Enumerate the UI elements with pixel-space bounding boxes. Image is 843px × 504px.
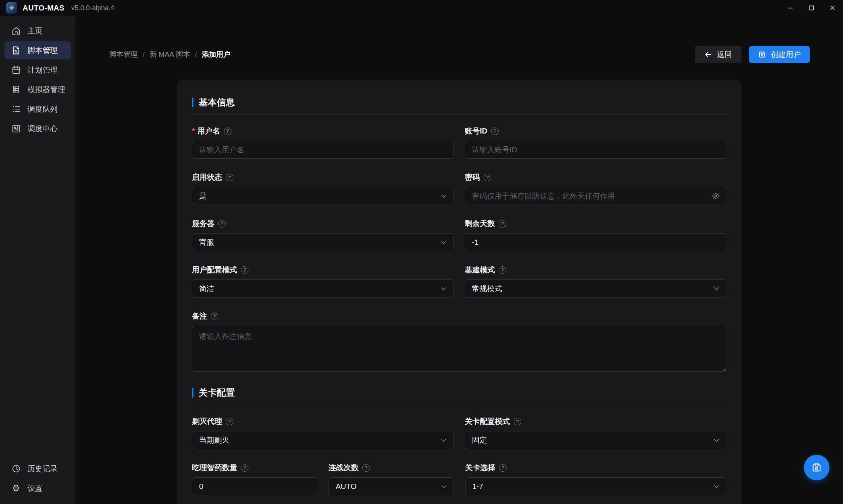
help-icon[interactable]: ? [211, 313, 218, 320]
annihilation-value: 当期剿灭 [199, 435, 229, 445]
username-input[interactable] [192, 141, 453, 159]
queue-icon [11, 104, 21, 114]
sidebar-item-home[interactable]: 主页 [5, 22, 71, 40]
app-logo-icon: ❖ [6, 2, 17, 14]
section-header-stage: 关卡配置 [192, 387, 726, 399]
sidebar-item-plans[interactable]: 计划管理 [5, 61, 71, 79]
help-icon[interactable]: ? [218, 220, 226, 228]
app-name: AUTO-MAS [23, 4, 64, 12]
help-icon[interactable]: ? [499, 220, 506, 228]
breadcrumb-item-script-name[interactable]: 新 MAA 脚本 [149, 50, 190, 59]
maximize-button[interactable] [801, 0, 822, 16]
infra-mode-select[interactable]: 常规模式 [465, 279, 726, 298]
field-label-stage-config-mode: 关卡配置模式 ? [465, 416, 726, 427]
chevron-down-icon [441, 439, 446, 442]
stage-select[interactable]: 1-7 [465, 477, 726, 495]
password-input-wrap [465, 187, 726, 205]
field-label-user-config-mode: 用户配置模式 ? [192, 265, 453, 275]
stage-config-mode-value: 固定 [472, 435, 487, 445]
infra-mode-value: 常规模式 [472, 284, 502, 294]
sidebar-item-label: 调度中心 [27, 124, 58, 134]
breadcrumb-separator: / [143, 50, 145, 59]
create-user-button-label: 创建用户 [771, 50, 801, 60]
field-label-account-id: 账号ID ? [465, 126, 726, 136]
gear-icon: ⚙ [11, 484, 21, 493]
sidebar-item-scripts[interactable]: 脚本管理 [5, 41, 71, 59]
help-icon[interactable]: ? [224, 128, 231, 135]
stage-config-mode-select[interactable]: 固定 [465, 431, 726, 449]
field-enabled: 启用状态 ? 是 [192, 172, 453, 205]
field-infra-mode: 基建模式 ? 常规模式 [465, 265, 726, 298]
sidebar-item-label: 调度队列 [27, 104, 58, 114]
app-version: v5.0.0-alpha.4 [71, 4, 114, 12]
header-actions: 返回 创建用户 [695, 46, 810, 63]
back-button[interactable]: 返回 [695, 46, 741, 63]
field-remark: 备注 ? [192, 311, 726, 373]
field-remaining-days: 剩余天数 ? [465, 219, 726, 251]
sidebar-item-queue[interactable]: 调度队列 [5, 100, 71, 118]
title-bar: ❖ AUTO-MAS v5.0.0-alpha.4 [0, 0, 843, 16]
create-user-button[interactable]: 创建用户 [749, 46, 810, 63]
minimize-button[interactable] [780, 0, 801, 16]
remaining-days-input[interactable] [465, 233, 726, 251]
sidebar-item-label: 计划管理 [27, 65, 58, 75]
page-header: 脚本管理 / 新 MAA 脚本 / 添加用户 返回 创建用户 [109, 46, 810, 63]
sidebar-item-settings[interactable]: ⚙ 设置 [5, 479, 71, 497]
section-divider [192, 405, 726, 405]
eye-off-icon[interactable] [712, 192, 720, 200]
field-server: 服务器 ? 官服 [192, 219, 453, 251]
sidebar-item-history[interactable]: 历史记录 [5, 460, 71, 478]
server-select[interactable]: 官服 [192, 233, 453, 251]
save-icon [758, 50, 766, 59]
field-label-series-count: 连战次数 ? [329, 463, 454, 473]
chevron-down-icon [441, 194, 446, 198]
help-icon[interactable]: ? [499, 266, 506, 274]
close-button[interactable] [822, 0, 843, 16]
user-config-mode-select[interactable]: 简洁 [192, 279, 453, 298]
field-series-count: 连战次数 ? AUTO [329, 463, 454, 495]
add-user-form-card: 基本信息 * 用户名 ? 账号ID ? [177, 80, 741, 504]
sidebar-spacer [0, 138, 75, 459]
enabled-select[interactable]: 是 [192, 187, 453, 205]
help-icon[interactable]: ? [491, 128, 499, 135]
help-icon[interactable]: ? [241, 266, 248, 274]
arrow-left-icon [704, 50, 712, 59]
help-icon[interactable]: ? [499, 464, 507, 472]
sanity-potion-input[interactable] [192, 477, 317, 495]
home-icon [11, 26, 21, 36]
field-label-infra-mode: 基建模式 ? [465, 265, 726, 275]
field-annihilation: 剿灭代理 ? 当期剿灭 [192, 416, 453, 449]
chevron-down-icon [714, 287, 719, 290]
sidebar-item-emulators[interactable]: 模拟器管理 [5, 80, 71, 99]
password-input[interactable] [472, 192, 708, 200]
breadcrumb-separator: / [195, 50, 197, 59]
breadcrumb-item-current: 添加用户 [202, 50, 230, 59]
sidebar-item-label: 主页 [27, 26, 43, 36]
series-count-select[interactable]: AUTO [329, 477, 454, 495]
breadcrumb-item-scripts[interactable]: 脚本管理 [109, 50, 138, 59]
help-icon[interactable]: ? [362, 464, 370, 472]
save-fab-button[interactable] [804, 455, 829, 480]
account-id-input[interactable] [465, 141, 726, 159]
sidebar-item-label: 历史记录 [27, 464, 58, 474]
sidebar-item-label: 设置 [27, 483, 43, 493]
field-stage-config-mode: 关卡配置模式 ? 固定 [465, 416, 726, 449]
sidebar-item-dispatch-center[interactable]: 调度中心 [5, 120, 71, 138]
script-icon [11, 46, 21, 55]
field-label-stage-select: 关卡选择 ? [465, 463, 726, 473]
sidebar-item-label: 模拟器管理 [27, 85, 65, 95]
help-icon[interactable]: ? [241, 464, 248, 472]
field-user-config-mode: 用户配置模式 ? 简洁 [192, 265, 453, 298]
remark-textarea[interactable] [192, 326, 726, 372]
annihilation-select[interactable]: 当期剿灭 [192, 431, 453, 449]
help-icon[interactable]: ? [484, 174, 491, 181]
field-label-enabled: 启用状态 ? [192, 172, 453, 182]
section-accent-bar [192, 388, 193, 398]
field-label-annihilation: 剿灭代理 ? [192, 416, 453, 427]
minimize-icon [787, 5, 793, 11]
help-icon[interactable]: ? [226, 418, 233, 425]
section-accent-bar [192, 97, 193, 107]
help-icon[interactable]: ? [514, 418, 521, 425]
maximize-icon [808, 5, 814, 11]
help-icon[interactable]: ? [226, 174, 233, 181]
